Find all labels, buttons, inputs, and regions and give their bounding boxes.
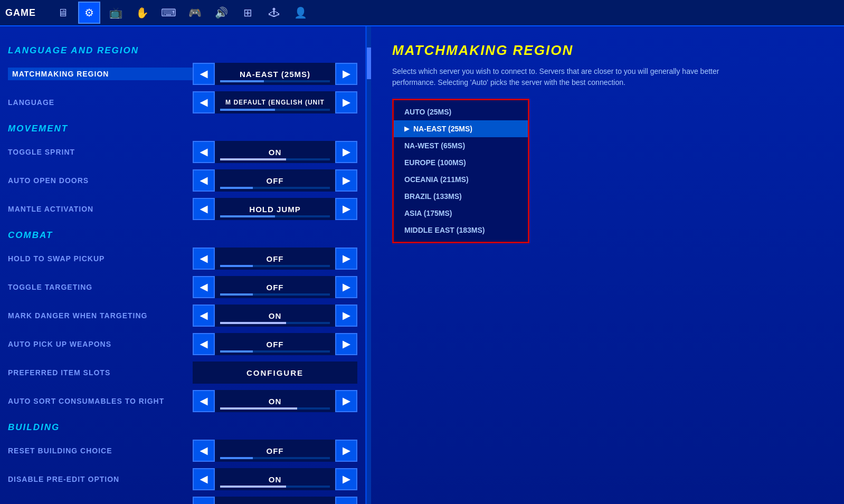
- arrow-left-hold-swap[interactable]: ◀: [193, 248, 215, 270]
- bar-track-targeting: [220, 293, 330, 296]
- control-turbo: ◀ ON ▶: [193, 497, 357, 504]
- gear-icon[interactable]: ⚙: [78, 2, 100, 24]
- value-doors: OFF: [215, 169, 335, 192]
- label-pre-edit: DISABLE PRE-EDIT OPTION: [8, 475, 193, 483]
- left-panel: LANGUAGE AND REGION MATCHMAKING REGION ◀…: [0, 26, 367, 504]
- section-combat: COMBAT: [8, 230, 357, 241]
- region-label-oceania: OCEANIA (211MS): [404, 175, 469, 184]
- arrow-right-pre-edit[interactable]: ▶: [335, 468, 357, 490]
- speaker-icon[interactable]: 🔊: [210, 2, 232, 24]
- section-movement: MOVEMENT: [8, 123, 357, 134]
- control-language: ◀ M DEFAULT (ENGLISH (UNIT ▶: [193, 91, 357, 113]
- bar-fill-hold-swap: [220, 265, 253, 267]
- arrow-right-mantle[interactable]: ▶: [335, 198, 357, 220]
- grid-icon[interactable]: ⊞: [236, 2, 259, 24]
- control-auto-doors: ◀ OFF ▶: [193, 169, 357, 192]
- region-option-asia[interactable]: ASIA (175MS): [394, 205, 528, 222]
- region-option-na-west[interactable]: NA-WEST (65MS): [394, 137, 528, 154]
- label-auto-sort: AUTO SORT CONSUMABLES TO RIGHT: [8, 397, 193, 405]
- value-targeting: OFF: [215, 276, 335, 298]
- arrow-left-matchmaking[interactable]: ◀: [193, 63, 215, 85]
- region-option-auto[interactable]: AUTO (25MS): [394, 103, 528, 120]
- mm-region-description: Selects which server you wish to connect…: [392, 66, 719, 88]
- arrow-right-matchmaking[interactable]: ▶: [335, 63, 357, 85]
- control-auto-sort: ◀ ON ▶: [193, 390, 357, 412]
- bar-track-matchmaking: [220, 80, 330, 82]
- value-language: M DEFAULT (ENGLISH (UNIT: [215, 91, 335, 113]
- region-option-europe[interactable]: EUROPE (100MS): [394, 154, 528, 171]
- controller-icon-1[interactable]: 🎮: [184, 2, 206, 24]
- setting-row-auto-pickup: AUTO PICK UP WEAPONS ◀ OFF ▶: [8, 331, 357, 357]
- arrow-left-sort[interactable]: ◀: [193, 390, 215, 412]
- label-toggle-targeting: TOGGLE TARGETING: [8, 283, 193, 291]
- arrow-right-turbo[interactable]: ▶: [335, 497, 357, 504]
- control-toggle-sprint: ◀ ON ▶: [193, 141, 357, 163]
- tv-icon[interactable]: 📺: [105, 2, 127, 24]
- value-sort: ON: [215, 390, 335, 412]
- region-option-na-east[interactable]: ▶ NA-EAST (25MS): [394, 120, 528, 137]
- bar-fill-language: [220, 109, 275, 111]
- region-dropdown: AUTO (25MS) ▶ NA-EAST (25MS) NA-WEST (65…: [392, 99, 529, 243]
- arrow-left-turbo[interactable]: ◀: [193, 497, 215, 504]
- section-language-region: LANGUAGE AND REGION: [8, 45, 357, 56]
- setting-row-preferred-slots: PREFERRED ITEM SLOTS CONFIGURE: [8, 360, 357, 385]
- arrow-right-targeting[interactable]: ▶: [335, 276, 357, 298]
- arrow-left-pre-edit[interactable]: ◀: [193, 468, 215, 490]
- setting-row-auto-doors: AUTO OPEN DOORS ◀ OFF ▶: [8, 168, 357, 193]
- monitor-icon[interactable]: 🖥: [52, 2, 74, 24]
- hand-icon[interactable]: ✋: [131, 2, 153, 24]
- arrow-left-doors[interactable]: ◀: [193, 169, 215, 192]
- section-building: BUILDING: [8, 422, 357, 433]
- arrow-right-reset[interactable]: ▶: [335, 440, 357, 462]
- arrow-right-doors[interactable]: ▶: [335, 169, 357, 192]
- arrow-left-pickup[interactable]: ◀: [193, 333, 215, 355]
- configure-button[interactable]: CONFIGURE: [193, 362, 357, 384]
- control-toggle-targeting: ◀ OFF ▶: [193, 276, 357, 298]
- label-reset-building: RESET BUILDING CHOICE: [8, 446, 193, 455]
- setting-row-pre-edit: DISABLE PRE-EDIT OPTION ◀ ON ▶: [8, 467, 357, 492]
- region-option-oceania[interactable]: OCEANIA (211MS): [394, 171, 528, 188]
- control-hold-swap: ◀ OFF ▶: [193, 248, 357, 270]
- value-danger: ON: [215, 305, 335, 327]
- controller-icon-2[interactable]: 🕹: [263, 2, 285, 24]
- bar-track-sprint: [220, 158, 330, 160]
- arrow-left-targeting[interactable]: ◀: [193, 276, 215, 298]
- arrow-right-pickup[interactable]: ▶: [335, 333, 357, 355]
- nav-icons: 🖥 ⚙ 📺 ✋ ⌨ 🎮 🔊 ⊞ 🕹 👤: [52, 2, 311, 24]
- setting-row-auto-sort: AUTO SORT CONSUMABLES TO RIGHT ◀ ON ▶: [8, 388, 357, 414]
- value-pre-edit: ON: [215, 468, 335, 490]
- label-language: LANGUAGE: [8, 98, 193, 107]
- arrow-left-sprint[interactable]: ◀: [193, 141, 215, 163]
- user-icon[interactable]: 👤: [289, 2, 311, 24]
- setting-row-turbo: TURBO BUILDING ◀ ON ▶: [8, 495, 357, 504]
- arrow-right-language[interactable]: ▶: [335, 91, 357, 113]
- value-text-sprint: ON: [269, 148, 282, 157]
- arrow-left-language[interactable]: ◀: [193, 91, 215, 113]
- arrow-left-danger[interactable]: ◀: [193, 305, 215, 327]
- label-preferred-slots: PREFERRED ITEM SLOTS: [8, 368, 193, 377]
- region-option-brazil[interactable]: BRAZIL (133MS): [394, 188, 528, 205]
- value-mantle: HOLD JUMP: [215, 198, 335, 220]
- bar-track-doors: [220, 187, 330, 189]
- keyboard-icon[interactable]: ⌨: [157, 2, 179, 24]
- region-option-middle-east[interactable]: MIDDLE EAST (183MS): [394, 222, 528, 239]
- value-text-hold-swap: OFF: [267, 254, 284, 263]
- value-text-reset: OFF: [267, 446, 284, 455]
- arrow-left-mantle[interactable]: ◀: [193, 198, 215, 220]
- bar-fill-danger: [220, 322, 286, 324]
- arrow-right-danger[interactable]: ▶: [335, 305, 357, 327]
- label-mantle: MANTLE ACTIVATION: [8, 205, 193, 213]
- region-selected-arrow: ▶: [404, 125, 409, 132]
- region-label-asia: ASIA (175MS): [404, 209, 452, 217]
- arrow-right-sort[interactable]: ▶: [335, 390, 357, 412]
- value-pickup: OFF: [215, 333, 335, 355]
- scroll-thumb[interactable]: [367, 47, 371, 79]
- setting-row-matchmaking: MATCHMAKING REGION ◀ NA-EAST (25MS) ▶: [8, 61, 357, 87]
- value-text-danger: ON: [269, 311, 282, 320]
- setting-row-toggle-sprint: TOGGLE SPRINT ◀ ON ▶: [8, 139, 357, 165]
- arrow-right-hold-swap[interactable]: ▶: [335, 248, 357, 270]
- arrow-right-sprint[interactable]: ▶: [335, 141, 357, 163]
- bar-fill-targeting: [220, 293, 253, 296]
- arrow-left-reset[interactable]: ◀: [193, 440, 215, 462]
- region-label-middle-east: MIDDLE EAST (183MS): [404, 226, 485, 234]
